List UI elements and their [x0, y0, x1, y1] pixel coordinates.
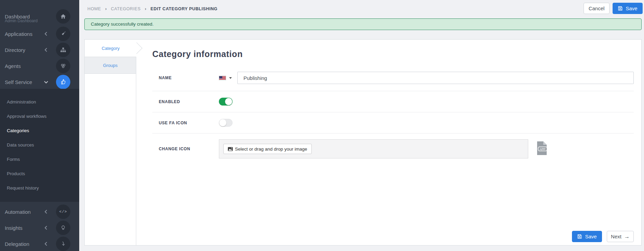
save-button-label: Save — [585, 234, 597, 239]
save-button-label: Save — [626, 5, 637, 11]
top-bar: HOME › CATEGORIES › EDIT CATEGORY PUBLIS… — [79, 0, 644, 16]
arrow-down-icon[interactable] — [56, 237, 70, 251]
save-button[interactable]: Save — [613, 3, 643, 14]
breadcrumb-separator-icon: › — [145, 6, 146, 11]
sidebar-item-insights[interactable]: Insights — [0, 220, 79, 236]
breadcrumb-home[interactable]: HOME — [87, 6, 101, 11]
name-field-row: NAME — [152, 65, 634, 91]
language-selector[interactable] — [219, 76, 237, 80]
footer-save-button[interactable]: Save — [572, 231, 602, 242]
home-icon[interactable] — [56, 9, 70, 24]
use-fa-icon-label: USE FA ICON — [159, 121, 219, 125]
chevron-left-icon — [44, 209, 48, 214]
sitemap-icon[interactable] — [56, 43, 70, 57]
code-icon[interactable]: </> — [56, 205, 70, 219]
chevron-left-icon — [44, 47, 48, 52]
sidebar-item-agents[interactable]: Agents — [0, 58, 79, 74]
arrow-right-icon: → — [624, 234, 630, 240]
change-icon-label: CHANGE ICON — [159, 147, 219, 151]
submenu-item-products[interactable]: Products — [0, 167, 79, 181]
name-input[interactable] — [237, 72, 634, 84]
edit-category-panel: Category Groups Category information NAM… — [84, 39, 642, 246]
self-service-icon[interactable] — [56, 75, 70, 89]
rocket-icon[interactable] — [56, 27, 70, 41]
change-icon-field-row: CHANGE ICON Select or drag and drop your… — [152, 134, 634, 164]
chevron-left-icon — [44, 225, 48, 230]
breadcrumb-separator-icon: › — [105, 6, 107, 11]
breadcrumb-categories[interactable]: CATEGORIES — [111, 6, 141, 11]
floppy-disk-icon — [618, 6, 623, 11]
image-dropzone[interactable]: Select or drag and drop your image — [219, 139, 528, 158]
use-fa-icon-field-row: USE FA ICON — [152, 112, 634, 134]
lightbulb-icon[interactable] — [56, 221, 70, 235]
tab-category[interactable]: Category — [85, 40, 137, 57]
category-form: Category information NAME ENABLED USE FA… — [136, 40, 642, 245]
us-flag-icon — [219, 76, 226, 80]
sidebar-item-delegation[interactable]: Delegation — [0, 236, 79, 251]
enabled-toggle[interactable] — [219, 98, 233, 106]
image-icon — [228, 147, 233, 151]
enabled-label: ENABLED — [159, 99, 219, 104]
tab-groups[interactable]: Groups — [85, 57, 136, 74]
caret-down-icon — [229, 77, 232, 79]
sidebar-item-label: Delegation — [5, 241, 29, 247]
sidebar: Dashboard Admin Dashboard Applications D… — [0, 0, 79, 251]
sidebar-item-self-service[interactable]: Self Service — [0, 74, 79, 90]
sidebar-item-label: Automation — [5, 209, 31, 214]
chevron-left-icon — [44, 241, 48, 246]
file-type-label: APP — [540, 148, 545, 151]
main-content: HOME › CATEGORIES › EDIT CATEGORY PUBLIS… — [79, 0, 644, 251]
chevron-down-icon — [44, 80, 48, 84]
submenu-item-data-sources[interactable]: Data sources — [0, 138, 79, 152]
upload-button-label: Select or drag and drop your image — [235, 147, 307, 152]
upload-image-button[interactable]: Select or drag and drop your image — [223, 144, 312, 154]
sidebar-item-label: Self Service — [5, 79, 32, 85]
sidebar-item-automation[interactable]: Automation </> — [0, 204, 79, 220]
enabled-field-row: ENABLED — [152, 91, 634, 112]
sidebar-item-dashboard[interactable]: Dashboard Admin Dashboard — [0, 8, 79, 24]
submenu-item-approval-workflows[interactable]: Approval workflows — [0, 109, 79, 124]
wizard-tabs: Category Groups — [85, 40, 136, 245]
submenu-item-categories[interactable]: Categories — [0, 124, 79, 138]
agents-icon[interactable] — [56, 59, 70, 73]
next-button[interactable]: Next → — [607, 231, 634, 242]
success-alert: Category successfully created. — [84, 18, 642, 30]
sidebar-item-applications[interactable]: Applications — [0, 26, 79, 42]
page-title: Category information — [152, 49, 642, 59]
next-button-label: Next — [611, 234, 621, 239]
current-icon-preview: APP — [534, 141, 549, 157]
breadcrumb-current: EDIT CATEGORY PUBLISHING — [151, 6, 218, 11]
submenu-item-forms[interactable]: Forms — [0, 152, 79, 167]
top-actions: Cancel Save — [584, 3, 643, 14]
name-label: NAME — [159, 75, 219, 80]
toggle-knob — [219, 119, 226, 126]
use-fa-icon-toggle[interactable] — [219, 119, 233, 127]
sidebar-item-label: Agents — [5, 63, 21, 69]
sidebar-item-label: Insights — [5, 225, 23, 231]
chevron-left-icon — [44, 31, 48, 36]
toggle-knob — [225, 98, 232, 105]
floppy-disk-icon — [577, 234, 582, 239]
sidebar-item-sublabel: Admin Dashboard — [5, 18, 38, 23]
sidebar-item-label: Applications — [5, 31, 32, 37]
cancel-button[interactable]: Cancel — [584, 3, 610, 14]
footer-actions: Save Next → — [572, 231, 634, 242]
submenu-item-administration[interactable]: Administration — [0, 95, 79, 109]
self-service-submenu: Administration Approval workflows Catego… — [0, 89, 79, 202]
breadcrumb: HOME › CATEGORIES › EDIT CATEGORY PUBLIS… — [87, 6, 218, 11]
sidebar-item-label: Directory — [5, 47, 25, 53]
submenu-item-request-history[interactable]: Request history — [0, 181, 79, 195]
sidebar-item-directory[interactable]: Directory — [0, 42, 79, 58]
